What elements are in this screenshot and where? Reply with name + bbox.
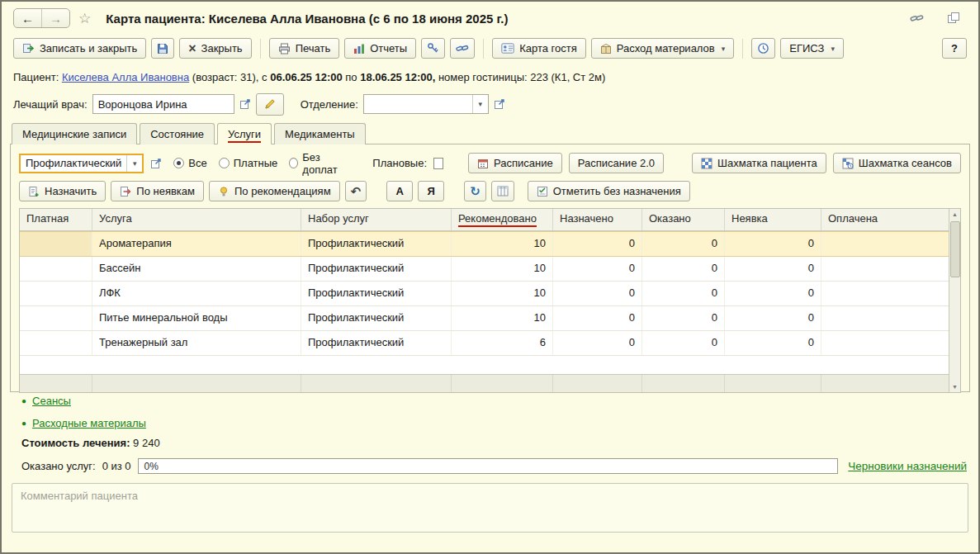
department-combo[interactable]: ▾	[363, 94, 489, 114]
radio-all[interactable]: Все	[173, 157, 206, 169]
patient-grid-button[interactable]: Шахматка пациента	[692, 153, 826, 173]
forward-button[interactable]: →	[41, 9, 69, 27]
cell-provided[interactable]: 0	[642, 282, 725, 305]
cell-service[interactable]: Ароматерапия	[92, 232, 301, 256]
cell-paid[interactable]	[20, 282, 92, 305]
radio-paid[interactable]: Платные	[219, 157, 278, 169]
get-link-button[interactable]	[910, 12, 924, 25]
undo-button[interactable]: ↶	[345, 181, 367, 201]
tab-services[interactable]: Услуги	[217, 123, 272, 144]
print-button[interactable]: Печать	[269, 38, 340, 59]
close-button[interactable]: × Закрыть	[179, 38, 251, 59]
scroll-down-icon[interactable]: ▼	[952, 381, 958, 392]
table-row[interactable]: Ароматерапия Профилактический 10 0 0 0	[20, 231, 960, 257]
back-button[interactable]: ←	[14, 9, 41, 27]
cell-service[interactable]: Питье минеральной воды	[92, 306, 301, 330]
cell-recommended[interactable]: 10	[452, 232, 553, 256]
cell-paid-done[interactable]	[821, 306, 960, 330]
cell-noshow[interactable]: 0	[725, 257, 821, 281]
patient-comment-input[interactable]	[12, 484, 968, 532]
cell-set[interactable]: Профилактический	[301, 282, 452, 305]
assign-button[interactable]: Назначить	[19, 181, 106, 201]
cell-paid-done[interactable]	[821, 282, 960, 305]
cell-assigned[interactable]: 0	[553, 257, 642, 281]
column-header-set[interactable]: Набор услуг	[301, 209, 452, 230]
cell-assigned[interactable]: 0	[553, 306, 642, 330]
by-recommendations-button[interactable]: По рекомендациям	[209, 181, 340, 201]
cell-service[interactable]: Бассейн	[92, 257, 301, 281]
column-header-provided[interactable]: Оказано	[642, 209, 725, 230]
column-header-noshow[interactable]: Неявка	[725, 209, 821, 230]
by-noshows-button[interactable]: По неявкам	[111, 181, 204, 201]
tab-medications[interactable]: Медикаменты	[274, 123, 366, 144]
columns-settings-button[interactable]	[491, 181, 514, 201]
doctor-input[interactable]	[92, 94, 234, 114]
department-open-button[interactable]	[494, 98, 505, 110]
column-header-recommended[interactable]: Рекомендовано	[452, 209, 553, 230]
chevron-down-icon[interactable]: ▾	[472, 95, 488, 113]
favorite-star-icon[interactable]: ☆	[78, 10, 91, 27]
cell-paid[interactable]	[20, 232, 92, 256]
service-set-open-button[interactable]	[150, 158, 162, 169]
column-header-paid[interactable]: Платная	[20, 209, 92, 230]
cell-provided[interactable]: 0	[642, 257, 725, 281]
cell-noshow[interactable]: 0	[725, 331, 821, 355]
cell-paid[interactable]	[20, 331, 92, 355]
drafts-link[interactable]: Черновики назначений	[848, 460, 967, 472]
service-set-combo[interactable]: Профилактический ▾	[19, 154, 144, 173]
vertical-scrollbar[interactable]: ▲ ▼	[949, 209, 960, 392]
mark-without-assignment-button[interactable]: Отметить без назначения	[528, 181, 690, 201]
reports-button[interactable]: Отчеты	[344, 38, 416, 59]
cell-paid-done[interactable]	[821, 331, 960, 355]
sort-a-button[interactable]: А	[386, 181, 413, 201]
cell-set[interactable]: Профилактический	[301, 331, 452, 355]
cell-paid[interactable]	[20, 306, 92, 330]
column-header-assigned[interactable]: Назначено	[553, 209, 642, 230]
table-row[interactable]: ЛФК Профилактический 10 0 0 0	[20, 282, 960, 306]
save-button[interactable]	[151, 38, 174, 59]
cell-set[interactable]: Профилактический	[301, 232, 452, 256]
cell-noshow[interactable]: 0	[725, 306, 821, 330]
guest-card-button[interactable]: Карта гостя	[492, 38, 586, 59]
cell-recommended[interactable]: 10	[452, 282, 553, 305]
radio-no-surcharge[interactable]: Без доплат	[289, 151, 348, 176]
cell-provided[interactable]: 0	[642, 232, 725, 256]
cell-paid-done[interactable]	[821, 257, 960, 281]
cell-noshow[interactable]: 0	[725, 232, 821, 256]
tab-medical-records[interactable]: Медицинские записи	[12, 123, 137, 144]
save-and-close-button[interactable]: Записать и закрыть	[13, 38, 146, 59]
scroll-up-icon[interactable]: ▲	[952, 209, 958, 220]
materials-button[interactable]: Расход материалов ▾	[591, 38, 735, 59]
cell-noshow[interactable]: 0	[725, 282, 821, 305]
cell-assigned[interactable]: 0	[553, 232, 642, 256]
open-windows-button[interactable]	[947, 12, 960, 25]
table-row[interactable]: Питье минеральной воды Профилактический …	[20, 306, 960, 331]
schedule2-button[interactable]: Расписание 2.0	[569, 153, 664, 173]
sort-ya-button[interactable]: Я	[418, 181, 444, 201]
cell-paid[interactable]	[20, 257, 92, 281]
patient-name-link[interactable]: Киселева Алла Ивановна	[62, 71, 189, 83]
history-button[interactable]	[751, 38, 775, 59]
scrollbar-thumb[interactable]	[950, 221, 960, 277]
egisz-button[interactable]: ЕГИСЗ ▾	[780, 38, 844, 59]
selection-button[interactable]	[421, 38, 445, 59]
cell-recommended[interactable]: 10	[452, 306, 553, 330]
cell-set[interactable]: Профилактический	[301, 257, 452, 281]
tab-condition[interactable]: Состояние	[140, 123, 215, 144]
doctor-open-button[interactable]	[239, 98, 251, 110]
doctor-edit-button[interactable]	[256, 93, 284, 116]
consumables-link[interactable]: Расходные материалы	[32, 417, 146, 429]
help-button[interactable]: ?	[942, 38, 967, 59]
cell-assigned[interactable]: 0	[553, 282, 642, 305]
cell-service[interactable]: ЛФК	[92, 282, 301, 305]
cell-paid-done[interactable]	[821, 232, 960, 256]
column-header-paid-done[interactable]: Оплачена	[821, 209, 960, 230]
cell-recommended[interactable]: 10	[452, 257, 553, 281]
cell-provided[interactable]: 0	[642, 306, 725, 330]
planned-checkbox[interactable]	[433, 158, 443, 169]
cell-assigned[interactable]: 0	[553, 331, 642, 355]
cell-provided[interactable]: 0	[642, 331, 725, 355]
cell-set[interactable]: Профилактический	[301, 306, 452, 330]
cell-recommended[interactable]: 6	[452, 331, 553, 355]
schedule-button[interactable]: Расписание	[468, 153, 562, 173]
